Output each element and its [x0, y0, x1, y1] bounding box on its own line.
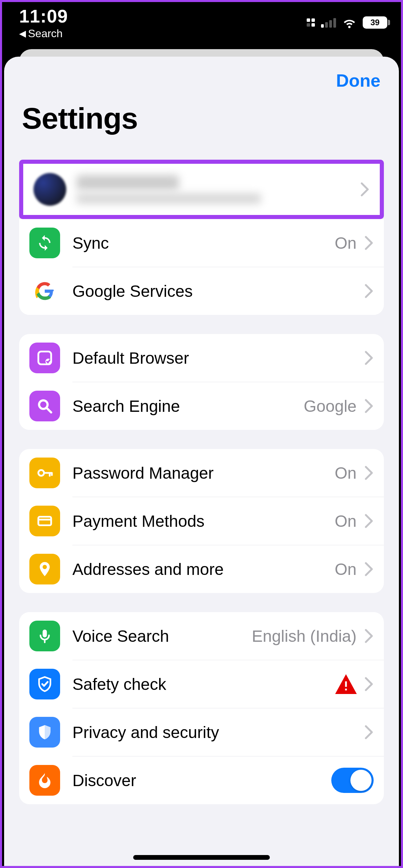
- browser-icon: [29, 343, 60, 373]
- row-label: Voice Search: [72, 627, 252, 646]
- status-bar: 11:09 ◀ Search 39: [2, 2, 401, 43]
- battery-level: 39: [371, 18, 380, 27]
- home-indicator[interactable]: [133, 855, 270, 860]
- google-icon: [29, 276, 60, 306]
- row-privacy-security[interactable]: Privacy and security: [19, 708, 384, 756]
- back-label: Search: [28, 27, 62, 40]
- row-sync[interactable]: Sync On: [19, 219, 384, 267]
- settings-group-autofill: Password Manager On Payment Methods On A…: [19, 449, 384, 593]
- chevron-right-icon: [364, 235, 374, 250]
- chevron-right-icon: [364, 399, 374, 414]
- svg-rect-7: [43, 630, 47, 637]
- chevron-right-icon: [364, 513, 374, 529]
- account-email-redacted: [77, 193, 261, 204]
- microphone-icon: [29, 621, 60, 651]
- card-icon: [29, 506, 60, 536]
- row-safety-check[interactable]: Safety check: [19, 660, 384, 708]
- row-discover[interactable]: Discover: [19, 756, 384, 804]
- row-voice-search[interactable]: Voice Search English (India): [19, 612, 384, 660]
- row-label: Password Manager: [72, 464, 335, 482]
- row-label: Privacy and security: [72, 723, 364, 742]
- settings-group-browser: Default Browser Search Engine Google: [19, 334, 384, 430]
- dual-sim-icon: [307, 18, 315, 27]
- chevron-right-icon: [364, 284, 374, 299]
- row-search-engine[interactable]: Search Engine Google: [19, 382, 384, 430]
- shield-check-icon: [29, 669, 60, 699]
- row-password-manager[interactable]: Password Manager On: [19, 449, 384, 497]
- battery-icon: 39: [363, 16, 387, 29]
- row-label: Payment Methods: [72, 512, 335, 531]
- chevron-right-icon: [364, 628, 374, 643]
- row-value: On: [335, 464, 357, 482]
- wifi-icon: [342, 15, 357, 30]
- svg-rect-5: [38, 517, 51, 525]
- flame-icon: [29, 765, 60, 796]
- account-row[interactable]: [23, 164, 380, 215]
- location-icon: [29, 554, 60, 584]
- settings-group-privacy: Voice Search English (India) Safety chec…: [19, 612, 384, 804]
- row-value: On: [335, 512, 357, 531]
- row-value: On: [335, 234, 357, 252]
- settings-group-account: Sync On Google Services: [19, 219, 384, 315]
- chevron-right-icon: [360, 182, 370, 197]
- settings-sheet: Done Settings Sync On: [4, 57, 399, 866]
- page-title: Settings: [19, 101, 384, 136]
- cellular-signal-icon: [321, 17, 336, 28]
- row-value: On: [335, 560, 357, 579]
- row-label: Discover: [72, 771, 325, 790]
- row-value: English (India): [252, 627, 357, 646]
- key-icon: [29, 458, 60, 488]
- avatar: [33, 173, 66, 206]
- chevron-right-icon: [364, 562, 374, 577]
- account-row-highlight: [19, 160, 384, 219]
- row-default-browser[interactable]: Default Browser: [19, 334, 384, 382]
- chevron-right-icon: [364, 677, 374, 692]
- back-to-search[interactable]: ◀ Search: [19, 27, 62, 40]
- row-google-services[interactable]: Google Services: [19, 267, 384, 315]
- chevron-right-icon: [364, 350, 374, 365]
- row-payment-methods[interactable]: Payment Methods On: [19, 497, 384, 545]
- status-time: 11:09: [19, 5, 68, 27]
- svg-line-3: [47, 408, 51, 413]
- row-label: Default Browser: [72, 349, 364, 367]
- chevron-right-icon: [364, 725, 374, 740]
- shield-icon: [29, 717, 60, 748]
- discover-toggle[interactable]: [331, 768, 374, 793]
- account-name-redacted: [77, 175, 179, 190]
- sync-icon: [29, 228, 60, 258]
- row-label: Search Engine: [72, 397, 304, 416]
- row-label: Google Services: [72, 282, 364, 301]
- chevron-right-icon: [364, 465, 374, 480]
- done-button[interactable]: Done: [336, 70, 380, 91]
- warning-icon: [335, 674, 357, 694]
- back-triangle-icon: ◀: [19, 28, 26, 39]
- row-label: Sync: [72, 234, 335, 252]
- row-label: Safety check: [72, 675, 335, 694]
- row-addresses[interactable]: Addresses and more On: [19, 545, 384, 593]
- row-label: Addresses and more: [72, 560, 335, 579]
- search-icon: [29, 391, 60, 421]
- row-value: Google: [304, 397, 357, 416]
